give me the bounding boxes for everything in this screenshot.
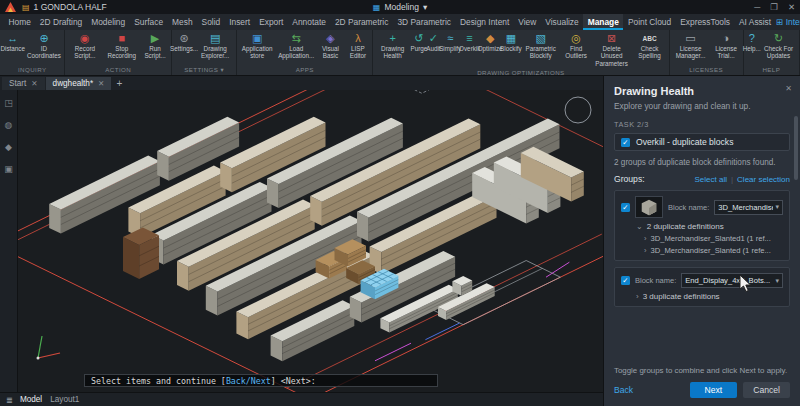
group-checkbox[interactable]: ✓ bbox=[621, 203, 630, 212]
ribbon-button-stop-recording[interactable]: ■Stop Recording bbox=[103, 31, 140, 65]
command-option[interactable]: Back/Next bbox=[226, 376, 271, 386]
document-tab[interactable]: ▤ 1 GONDOLA HALF bbox=[22, 2, 107, 12]
workspace-selector[interactable]: ▦ Modeling ▾ bbox=[373, 2, 427, 12]
cancel-button[interactable]: Cancel bbox=[743, 382, 790, 398]
task-checkbox[interactable]: ✓ bbox=[621, 138, 630, 147]
browser-icon[interactable]: ◳ bbox=[4, 98, 13, 108]
ribbon-group-drawing-optimizations: +Drawing Health↺Purge✓Audit≈Simplify≡Ove… bbox=[373, 30, 669, 75]
next-button[interactable]: Next bbox=[690, 382, 738, 398]
chevron-right-icon: › bbox=[644, 246, 647, 255]
ribbon-button-license-trial[interactable]: ◑License Trial... bbox=[711, 31, 742, 65]
close-button[interactable]: ✕ bbox=[788, 2, 795, 12]
new-tab-button[interactable]: + bbox=[112, 77, 126, 90]
menu-home[interactable]: Home bbox=[4, 14, 35, 30]
ribbon-button-lisp-editor[interactable]: λLISP Editor bbox=[345, 31, 372, 65]
menu-view[interactable]: View bbox=[514, 14, 541, 30]
interface-settings-button[interactable]: ⊞ Interface settings bbox=[776, 14, 800, 30]
statusbar-tab-layout1[interactable]: Layout1 bbox=[50, 395, 79, 404]
menu-2d-parametric[interactable]: 2D Parametric bbox=[330, 14, 393, 30]
ribbon-button-run-script[interactable]: ▶Run Script... bbox=[140, 31, 170, 65]
maximize-button[interactable]: ❐ bbox=[770, 2, 778, 12]
drawing-canvas[interactable]: Select items and continue [Back/Next] <N… bbox=[18, 90, 603, 392]
group-checkbox[interactable]: ✓ bbox=[621, 276, 630, 285]
run-script-icon: ▶ bbox=[151, 32, 159, 45]
minimize-button[interactable]: ─ bbox=[754, 2, 760, 12]
command-line[interactable]: Select items and continue [Back/Next] <N… bbox=[84, 374, 438, 387]
ribbon-button-delete-unused-parameters[interactable]: ⊠Delete Unused Parameters bbox=[592, 31, 632, 68]
camera-icon[interactable]: ▣ bbox=[4, 164, 13, 174]
ribbon-button-settings[interactable]: ⊛Settings... bbox=[173, 31, 195, 65]
task-row[interactable]: ✓ Overkill - duplicate blocks bbox=[614, 133, 790, 151]
duplicate-definition-item[interactable]: › 3D_Merchandiser_Slanted1 (1 ref... bbox=[621, 234, 783, 243]
groups-label: Groups: bbox=[614, 174, 645, 184]
layout-menu-icon[interactable]: ≣ bbox=[6, 395, 13, 405]
back-button[interactable]: Back bbox=[614, 385, 633, 395]
check-for-updates-icon: ↻ bbox=[774, 32, 783, 45]
doc-tab-start[interactable]: Start✕ bbox=[2, 77, 45, 90]
statusbar-tab-model[interactable]: Model bbox=[20, 395, 42, 404]
ribbon-button-check-for-updates[interactable]: ↻Check For Updates bbox=[759, 31, 798, 65]
simplify-icon: ≈ bbox=[447, 32, 453, 45]
ribbon-button-find-outliers[interactable]: ◎Find Outliers bbox=[561, 31, 592, 68]
task-progress: TASK 2/3 bbox=[614, 120, 790, 129]
duplicate-definitions-toggle[interactable]: › 3 duplicate definitions bbox=[621, 292, 783, 301]
menu-manage[interactable]: Manage bbox=[583, 14, 623, 30]
menu-annotate[interactable]: Annotate bbox=[288, 14, 331, 30]
ribbon-button-blockify[interactable]: ▦Blockify bbox=[501, 31, 521, 68]
drawing-health-panel: Drawing Health ✕ Explore your drawing an… bbox=[603, 76, 800, 406]
ribbon-button-drawing-explorer[interactable]: ▤Drawing Explorer... bbox=[195, 31, 235, 65]
menu-expresstools[interactable]: ExpressTools bbox=[676, 14, 735, 30]
select-all-link[interactable]: Select all bbox=[695, 175, 727, 184]
render-icon[interactable]: ◍ bbox=[5, 120, 13, 130]
block-name-select[interactable]: End_Display_4x2_Bots... ▾ bbox=[681, 273, 783, 288]
menu-design-intent[interactable]: Design Intent bbox=[455, 14, 513, 30]
menu-2d-drafting[interactable]: 2D Drafting bbox=[35, 14, 86, 30]
ribbon-button-application-store[interactable]: ▣Application store bbox=[238, 31, 276, 65]
document-tabbar: Start✕dwghealth*✕+ bbox=[0, 76, 603, 90]
block-name-select[interactable]: 3D_Merchandiser_Sla... ▾ bbox=[714, 200, 783, 215]
menu-3d-parametric[interactable]: 3D Parametric bbox=[393, 14, 456, 30]
ribbon-button-drawing-health[interactable]: +Drawing Health bbox=[374, 31, 411, 68]
duplicate-definition-item[interactable]: › 3D_Merchandiser_Slanted (1 refe... bbox=[621, 246, 783, 255]
interface-settings-icon: ⊞ bbox=[776, 17, 783, 27]
drawing-canvas-scene bbox=[18, 90, 603, 392]
statusbar: ≣ ModelLayout1 bbox=[0, 392, 603, 406]
panel-scrollbar[interactable] bbox=[794, 116, 798, 180]
ribbon-button-purge[interactable]: ↺Purge bbox=[411, 31, 427, 68]
ribbon-button-distance[interactable]: ↔Distance bbox=[1, 31, 25, 65]
menu-mesh[interactable]: Mesh bbox=[168, 14, 197, 30]
menu-ai-assist[interactable]: AI Assist bbox=[735, 14, 776, 30]
ribbon-button-visual-basic[interactable]: ◈Visual Basic bbox=[316, 31, 344, 65]
summary-text: 2 groups of duplicate block definitions … bbox=[604, 158, 800, 167]
ribbon-button-load-application[interactable]: ⇆Load Application... bbox=[276, 31, 316, 65]
groups-list: ✓ Block name: 3D_Merchandiser_Sla... ▾ ⌄… bbox=[604, 184, 800, 360]
ribbon-button-parametric-blockify[interactable]: ▧Parametric Blockify bbox=[521, 31, 561, 68]
menubar: Home2D DraftingModelingSurfaceMeshSolidI… bbox=[0, 14, 800, 30]
menu-export[interactable]: Export bbox=[255, 14, 288, 30]
clear-selection-link[interactable]: Clear selection bbox=[737, 175, 790, 184]
light-icon[interactable]: ◆ bbox=[5, 142, 12, 152]
duplicate-group-card[interactable]: ✓ Block name: End_Display_4x2_Bots... ▾ … bbox=[614, 267, 790, 307]
panel-close-icon[interactable]: ✕ bbox=[785, 84, 792, 93]
menu-solid[interactable]: Solid bbox=[197, 14, 225, 30]
ribbon-button-check-spelling[interactable]: ABCCheck Spelling bbox=[632, 31, 668, 68]
ribbon-button-id-coordinates[interactable]: ⊕ID Coordinates bbox=[25, 31, 64, 65]
doc-tab-dwghealth[interactable]: dwghealth*✕ bbox=[46, 77, 112, 90]
menu-insert[interactable]: Insert bbox=[225, 14, 255, 30]
menu-point-cloud[interactable]: Point Cloud bbox=[623, 14, 675, 30]
menu-modeling[interactable]: Modeling bbox=[87, 14, 130, 30]
duplicate-definitions-toggle[interactable]: ⌄ 2 duplicate definitions bbox=[621, 222, 783, 231]
ribbon-button-license-manager[interactable]: ▭License Manager... bbox=[671, 31, 711, 65]
menu-visualize[interactable]: Visualize bbox=[541, 14, 583, 30]
menu-surface[interactable]: Surface bbox=[130, 14, 168, 30]
ribbon-button-optimize[interactable]: ◆Optimize bbox=[479, 31, 501, 68]
ribbon-button-overkill[interactable]: ≡Overkill bbox=[460, 31, 479, 68]
tab-close-icon[interactable]: ✕ bbox=[31, 79, 37, 88]
tab-close-icon[interactable]: ✕ bbox=[98, 79, 104, 88]
ribbon-button-simplify[interactable]: ≈Simplify bbox=[440, 31, 460, 68]
block-thumbnail bbox=[635, 196, 663, 218]
overkill-icon: ≡ bbox=[466, 32, 472, 45]
ribbon-button-record-script[interactable]: ◉Record Script... bbox=[66, 31, 103, 65]
ribbon-button-help[interactable]: ?Help... bbox=[745, 31, 759, 65]
duplicate-group-card[interactable]: ✓ Block name: 3D_Merchandiser_Sla... ▾ ⌄… bbox=[614, 190, 790, 261]
